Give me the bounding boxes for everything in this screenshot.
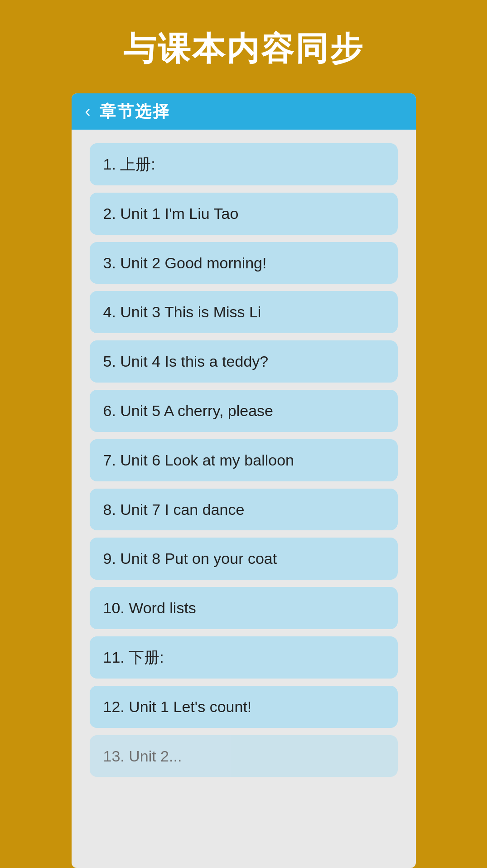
list-item[interactable]: 4. Unit 3 This is Miss Li bbox=[90, 291, 398, 333]
list-item[interactable]: 1. 上册: bbox=[90, 143, 398, 185]
list-item[interactable]: 6. Unit 5 A cherry, please bbox=[90, 390, 398, 432]
list-item[interactable]: 10. Word lists bbox=[90, 587, 398, 629]
list-item[interactable]: 9. Unit 8 Put on your coat bbox=[90, 538, 398, 580]
chapter-list: 1. 上册:2. Unit 1 I'm Liu Tao3. Unit 2 Goo… bbox=[72, 130, 416, 865]
chapter-panel: ‹ 章节选择 1. 上册:2. Unit 1 I'm Liu Tao3. Uni… bbox=[72, 93, 416, 868]
list-item[interactable]: 2. Unit 1 I'm Liu Tao bbox=[90, 193, 398, 235]
list-item[interactable]: 8. Unit 7 I can dance bbox=[90, 489, 398, 531]
list-item[interactable]: 11. 下册: bbox=[90, 636, 398, 679]
list-item[interactable]: 12. Unit 1 Let's count! bbox=[90, 686, 398, 728]
list-item[interactable]: 13. Unit 2... bbox=[90, 735, 398, 777]
panel-header: ‹ 章节选择 bbox=[72, 93, 416, 130]
back-button[interactable]: ‹ bbox=[85, 102, 91, 121]
list-item[interactable]: 7. Unit 6 Look at my balloon bbox=[90, 439, 398, 481]
list-item[interactable]: 5. Unit 4 Is this a teddy? bbox=[90, 340, 398, 383]
list-item[interactable]: 3. Unit 2 Good morning! bbox=[90, 242, 398, 284]
panel-header-title: 章节选择 bbox=[100, 101, 170, 123]
page-title: 与课本内容同步 bbox=[105, 0, 382, 93]
